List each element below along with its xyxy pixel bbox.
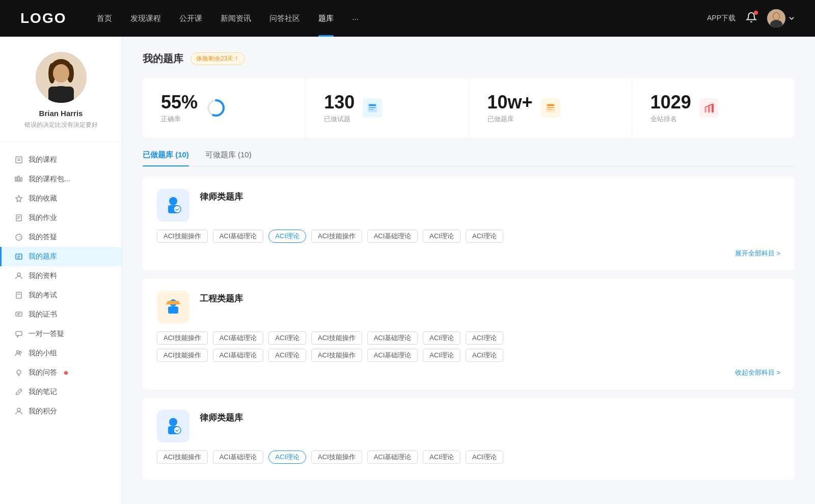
eng2-tag-2[interactable]: ACI理论 — [268, 349, 306, 362]
expand-link-lawyer-1[interactable]: 展开全部科目 > — [157, 247, 780, 258]
notification-bell[interactable] — [746, 12, 757, 25]
engineer-icon — [157, 291, 189, 323]
nav-news[interactable]: 新闻资讯 — [221, 14, 251, 23]
sidebar-label-my-data: 我的资料 — [29, 271, 57, 281]
eng-tag-3[interactable]: ACI技能操作 — [311, 331, 362, 345]
collapse-link-engineer[interactable]: 收起全部科目 > — [157, 366, 780, 377]
eng-tag-0[interactable]: ACI技能操作 — [157, 331, 208, 345]
nav-question-bank[interactable]: 题库 — [318, 14, 334, 23]
eng2-tag-0[interactable]: ACI技能操作 — [157, 349, 208, 362]
tab-available-banks[interactable]: 可做题库 (10) — [205, 150, 252, 166]
eng-tag-4[interactable]: ACI基础理论 — [367, 331, 418, 345]
user-avatar-wrapper[interactable] — [767, 9, 795, 27]
l2-tag-6[interactable]: ACI理论 — [466, 451, 503, 464]
nav-home[interactable]: 首页 — [97, 14, 112, 23]
svg-point-27 — [17, 273, 20, 276]
lightbulb-icon — [14, 368, 23, 377]
svg-rect-11 — [48, 87, 74, 103]
stats-row: 55% 正确率 130 已做试题 — [143, 78, 795, 138]
tags-row-engineer-2: ACI技能操作 ACI基础理论 ACI理论 ACI技能操作 ACI基础理论 AC… — [157, 349, 780, 362]
chat-icon — [14, 329, 23, 339]
stat-correct-rate: 55% 正确率 — [143, 78, 306, 138]
tag-0[interactable]: ACI技能操作 — [157, 230, 208, 243]
ranking-label: 全站排名 — [650, 115, 691, 124]
svg-point-35 — [19, 351, 21, 353]
eng2-tag-5[interactable]: ACI理论 — [423, 349, 460, 362]
svg-rect-45 — [369, 109, 374, 110]
sidebar-item-my-qbank[interactable]: 我的题库 — [0, 247, 122, 266]
banks-done-value: 10w+ — [487, 92, 533, 113]
sidebar-item-my-question[interactable]: 我的问答 — [0, 363, 122, 382]
svg-text:?: ? — [18, 235, 21, 240]
logo[interactable]: LOGO — [20, 10, 66, 26]
eng-tag-1[interactable]: ACI基础理论 — [213, 331, 264, 345]
svg-rect-43 — [369, 104, 376, 106]
eng-tag-2[interactable]: ACI理论 — [268, 331, 306, 345]
tag-1[interactable]: ACI基础理论 — [213, 230, 264, 243]
sidebar-item-my-course[interactable]: 我的课程 — [0, 150, 122, 170]
svg-rect-50 — [704, 107, 707, 113]
l2-tag-5[interactable]: ACI理论 — [423, 451, 460, 464]
svg-point-36 — [17, 370, 21, 374]
tag-5[interactable]: ACI理论 — [423, 230, 460, 243]
sidebar-item-course-package[interactable]: 我的课程包... — [0, 170, 122, 189]
tab-done-banks[interactable]: 已做题库 (10) — [143, 150, 189, 166]
svg-rect-59 — [166, 303, 180, 304]
svg-rect-28 — [16, 292, 21, 298]
l2-tag-1[interactable]: ACI基础理论 — [213, 451, 264, 464]
eng2-tag-3[interactable]: ACI技能操作 — [311, 349, 362, 362]
app-download-link[interactable]: APP下载 — [707, 14, 736, 23]
nav-menu: 首页 发现课程 公开课 新闻资讯 问答社区 题库 ··· — [97, 14, 707, 23]
sidebar-item-my-cert[interactable]: 我的证书 — [0, 305, 122, 324]
sidebar-label-my-points: 我的积分 — [29, 407, 57, 416]
l2-tag-2-active[interactable]: ACI理论 — [268, 451, 306, 464]
nav-open-course[interactable]: 公开课 — [179, 14, 202, 23]
sidebar-item-one-to-one[interactable]: 一对一答疑 — [0, 324, 122, 344]
question-icon: ? — [14, 233, 23, 242]
sidebar-label-my-course: 我的课程 — [29, 155, 57, 164]
ranking-value: 1029 — [650, 92, 691, 113]
eng2-tag-4[interactable]: ACI基础理论 — [367, 349, 418, 362]
banks-done-label: 已做题库 — [487, 115, 533, 124]
tag-4[interactable]: ACI基础理论 — [367, 230, 418, 243]
svg-point-34 — [17, 351, 19, 353]
nav-discover[interactable]: 发现课程 — [130, 14, 161, 23]
sidebar-item-homework[interactable]: 我的作业 — [0, 208, 122, 228]
sidebar-item-my-qa[interactable]: ? 我的答疑 — [0, 228, 122, 247]
table-icon — [363, 98, 382, 118]
l2-tag-0[interactable]: ACI技能操作 — [157, 451, 208, 464]
svg-point-39 — [17, 408, 20, 411]
l2-tag-3[interactable]: ACI技能操作 — [311, 451, 362, 464]
svg-rect-16 — [18, 176, 19, 181]
sidebar-item-favorites[interactable]: 我的收藏 — [0, 189, 122, 208]
svg-rect-49 — [547, 109, 552, 110]
tag-6[interactable]: ACI理论 — [466, 230, 503, 243]
svg-point-55 — [174, 206, 181, 213]
sidebar-item-my-exam[interactable]: 我的考试 — [0, 286, 122, 305]
svg-rect-24 — [16, 254, 22, 259]
eng-tag-6[interactable]: ACI理论 — [466, 331, 503, 345]
svg-rect-12 — [16, 157, 22, 163]
svg-rect-47 — [547, 104, 554, 106]
page-header: 我的题库 体验剩余23天！ — [143, 52, 795, 66]
eng2-tag-6[interactable]: ACI理论 — [466, 349, 503, 362]
tags-row-engineer-1: ACI技能操作 ACI基础理论 ACI理论 ACI技能操作 ACI基础理论 AC… — [157, 331, 780, 345]
tag-3[interactable]: ACI技能操作 — [311, 230, 362, 243]
sidebar-item-my-data[interactable]: 我的资料 — [0, 266, 122, 286]
sidebar-item-my-points[interactable]: 我的积分 — [0, 402, 122, 421]
l2-tag-4[interactable]: ACI基础理论 — [367, 451, 418, 464]
list-icon — [541, 98, 560, 118]
donut-chart — [206, 98, 226, 118]
eng2-tag-1[interactable]: ACI基础理论 — [213, 349, 264, 362]
nav-more[interactable]: ··· — [352, 14, 359, 23]
qbank-card-lawyer-1: 律师类题库 ACI技能操作 ACI基础理论 ACI理论 ACI技能操作 ACI基… — [143, 177, 795, 270]
chevron-down-icon — [789, 15, 795, 21]
eng-tag-5[interactable]: ACI理论 — [423, 331, 460, 345]
group-icon — [14, 349, 23, 358]
sidebar-item-my-notes[interactable]: 我的笔记 — [0, 382, 122, 402]
nav-qa[interactable]: 问答社区 — [269, 14, 300, 23]
svg-point-9 — [53, 64, 69, 82]
tag-2-active[interactable]: ACI理论 — [268, 230, 306, 243]
data-icon — [14, 271, 23, 281]
sidebar-item-my-group[interactable]: 我的小组 — [0, 344, 122, 363]
